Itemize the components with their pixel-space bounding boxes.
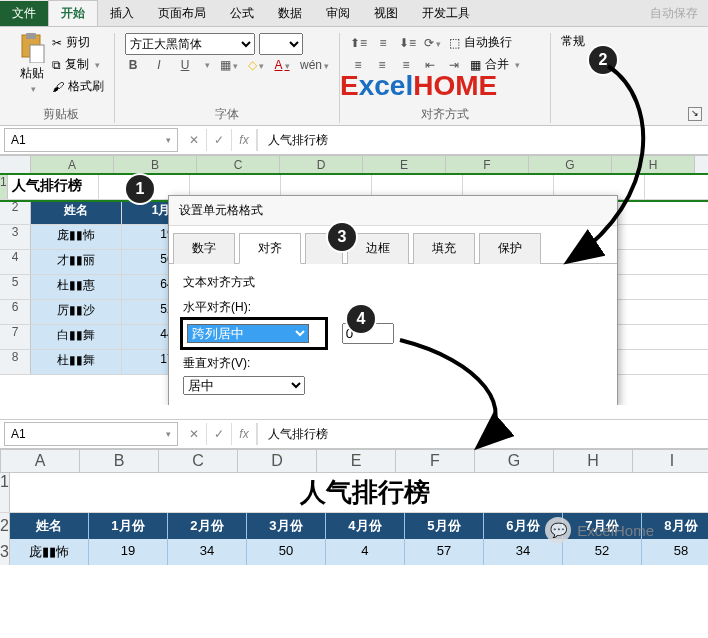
callout-4: 4 <box>347 305 375 333</box>
row-header[interactable]: 2 <box>0 200 31 224</box>
font-size-select[interactable] <box>259 33 303 55</box>
tab-fill[interactable]: 填充 <box>413 233 475 264</box>
col-header[interactable]: A <box>31 156 114 174</box>
title-cell[interactable]: 人气排行榜 <box>8 175 99 199</box>
file-tab[interactable]: 文件 <box>0 1 48 26</box>
fill-color-button[interactable]: ◇▾ <box>248 58 264 72</box>
formula-cancel-button[interactable]: ✕ <box>182 423 207 445</box>
data-cell[interactable]: 4 <box>326 539 405 565</box>
font-color-button[interactable]: A▾ <box>274 58 290 72</box>
underline-button[interactable]: U <box>177 58 193 72</box>
col-header[interactable]: D <box>238 450 317 472</box>
col-header[interactable]: H <box>554 450 633 472</box>
data-cell[interactable]: 34 <box>168 539 247 565</box>
dev-tab[interactable]: 开发工具 <box>410 1 482 26</box>
align-bottom-button[interactable]: ⬇≡ <box>399 36 416 50</box>
col-header[interactable]: H <box>612 156 695 174</box>
col-header-cell[interactable]: 1月份 <box>89 513 168 539</box>
svg-rect-1 <box>26 33 36 39</box>
col-header-cell[interactable]: 3月份 <box>247 513 326 539</box>
col-header-cell[interactable]: 2月份 <box>168 513 247 539</box>
formula-input[interactable]: 人气排行榜 <box>257 423 708 445</box>
formula-enter-button[interactable]: ✓ <box>207 129 232 151</box>
row-header[interactable]: 6 <box>0 300 31 324</box>
data-cell[interactable]: 57 <box>405 539 484 565</box>
formula-enter-button[interactable]: ✓ <box>207 423 232 445</box>
italic-button[interactable]: I <box>151 58 167 72</box>
col-header[interactable]: D <box>280 156 363 174</box>
data-cell[interactable]: 50 <box>247 539 326 565</box>
tab-protect[interactable]: 保护 <box>479 233 541 264</box>
insert-tab[interactable]: 插入 <box>98 1 146 26</box>
valign-select[interactable]: 居中 <box>183 376 305 395</box>
col-header[interactable]: C <box>159 450 238 472</box>
col-header[interactable]: B <box>80 450 159 472</box>
col-header[interactable]: F <box>446 156 529 174</box>
tab-number[interactable]: 数字 <box>173 233 235 264</box>
row-header[interactable]: 5 <box>0 275 31 299</box>
row-header[interactable]: 2 <box>0 513 10 539</box>
col-header[interactable]: E <box>363 156 446 174</box>
orientation-button[interactable]: ⟳▾ <box>424 36 441 50</box>
callout-2: 2 <box>589 46 617 74</box>
name-box[interactable]: A1▾ <box>4 422 178 446</box>
tab-alignment[interactable]: 对齐 <box>239 233 301 264</box>
col-header[interactable]: C <box>197 156 280 174</box>
col-header-cell[interactable]: 4月份 <box>326 513 405 539</box>
col-header-cell[interactable]: 5月份 <box>405 513 484 539</box>
home-tab[interactable]: 开始 <box>48 0 98 26</box>
font-name-select[interactable]: 方正大黑简体 <box>125 33 255 55</box>
watermark: 💬 ExcelHome <box>545 517 654 543</box>
cut-button[interactable]: ✂剪切 <box>52 33 104 52</box>
row-header[interactable]: 3 <box>0 225 31 249</box>
formula-cancel-button[interactable]: ✕ <box>182 129 207 151</box>
align-middle-button[interactable]: ≡ <box>375 36 391 50</box>
general-format[interactable]: 常规 <box>561 33 585 50</box>
col-header[interactable]: B <box>114 156 197 174</box>
row-header[interactable]: 4 <box>0 250 31 274</box>
wrap-text-button[interactable]: ⬚ 自动换行 <box>449 33 512 52</box>
col-header[interactable]: I <box>633 450 708 472</box>
scissors-icon: ✂ <box>52 36 62 50</box>
view-tab[interactable]: 视图 <box>362 1 410 26</box>
paste-button[interactable]: 粘贴▾ <box>18 33 46 94</box>
row-header[interactable]: 1 <box>0 175 8 199</box>
section-label: 文本对齐方式 <box>183 274 603 291</box>
row-header[interactable]: 8 <box>0 350 31 374</box>
row-header[interactable]: 3 <box>0 539 10 565</box>
merged-title-cell[interactable]: 人气排行榜 <box>10 473 708 512</box>
align-dialog-launcher[interactable]: ↘ <box>688 107 702 121</box>
col-header[interactable]: A <box>1 450 80 472</box>
col-header-cell[interactable]: 姓名 <box>10 513 89 539</box>
layout-tab[interactable]: 页面布局 <box>146 1 218 26</box>
data-tab[interactable]: 数据 <box>266 1 314 26</box>
col-header[interactable]: G <box>475 450 554 472</box>
formula-bar-lower: A1▾ ✕ ✓ fx 人气排行榜 <box>0 420 708 449</box>
select-all-corner[interactable] <box>0 156 31 174</box>
col-header[interactable]: G <box>529 156 612 174</box>
copy-button[interactable]: ⧉复制▾ <box>52 55 104 74</box>
formula-input[interactable]: 人气排行榜 <box>257 129 708 151</box>
col-header[interactable]: E <box>317 450 396 472</box>
font-label: 字体 <box>125 104 329 123</box>
border-button[interactable]: ▦▾ <box>220 58 238 72</box>
font-group: 方正大黑简体 B I U▾ ▦▾ ◇▾ A▾ wén▾ 字体 <box>115 33 340 123</box>
row-header[interactable]: 1 <box>0 473 10 512</box>
review-tab[interactable]: 审阅 <box>314 1 362 26</box>
insert-function-button[interactable]: fx <box>232 423 257 445</box>
col-header[interactable]: F <box>396 450 475 472</box>
name-box[interactable]: A1▾ <box>4 128 178 152</box>
data-cell[interactable]: 19 <box>89 539 168 565</box>
formula-tab[interactable]: 公式 <box>218 1 266 26</box>
align-top-button[interactable]: ⬆≡ <box>350 36 367 50</box>
format-painter-button[interactable]: 🖌格式刷 <box>52 77 104 96</box>
bold-button[interactable]: B <box>125 58 141 72</box>
tab-border[interactable]: 边框 <box>347 233 409 264</box>
insert-function-button[interactable]: fx <box>232 129 257 151</box>
data-cell[interactable]: 庞▮▮怖 <box>10 539 89 565</box>
halign-select[interactable]: 跨列居中 <box>187 324 309 343</box>
row-header[interactable]: 7 <box>0 325 31 349</box>
number-group: 常规 <box>551 33 595 123</box>
svg-rect-2 <box>30 45 44 63</box>
phonetic-button[interactable]: wén▾ <box>300 58 329 72</box>
